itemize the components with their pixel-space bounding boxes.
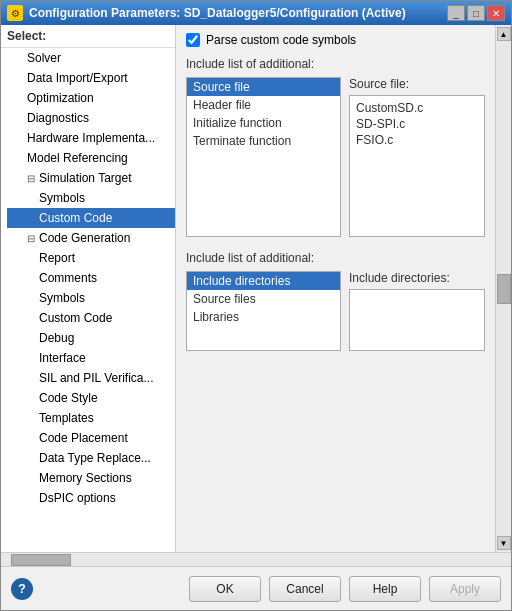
right-panel-label: Source file:	[349, 77, 485, 91]
scroll-thumb[interactable]	[497, 274, 511, 304]
sidebar-item-code-style[interactable]: Code Style	[7, 388, 175, 408]
close-button[interactable]: ✕	[487, 5, 505, 21]
title-bar: ⚙ Configuration Parameters: SD_Datalogge…	[1, 1, 511, 25]
include-right-label: Include directories:	[349, 271, 485, 285]
sidebar-item-sil-pil[interactable]: SIL and PIL Verifica...	[7, 368, 175, 388]
include-section-label: Include list of additional:	[186, 57, 485, 71]
sidebar-header: Select:	[1, 25, 175, 48]
sidebar-item-solver[interactable]: Solver	[7, 48, 175, 68]
sidebar: Select: Solver Data Import/Export Optimi…	[1, 25, 176, 552]
file-entry-2: FSIO.c	[354, 132, 480, 148]
file-entry-1: SD-SPI.c	[354, 116, 480, 132]
include-right-box[interactable]	[349, 289, 485, 351]
list-item-header-file[interactable]: Header file	[187, 96, 340, 114]
sidebar-item-data-import[interactable]: Data Import/Export	[7, 68, 175, 88]
sidebar-item-custom-code-cg[interactable]: Custom Code	[7, 308, 175, 328]
sidebar-item-hardware[interactable]: Hardware Implementa...	[7, 128, 175, 148]
right-files-box[interactable]: CustomSD.c SD-SPI.c FSIO.c	[349, 95, 485, 237]
config-window: ⚙ Configuration Parameters: SD_Datalogge…	[0, 0, 512, 611]
sidebar-item-code-gen[interactable]: ⊟Code Generation	[7, 228, 175, 248]
sidebar-item-templates[interactable]: Templates	[7, 408, 175, 428]
window-title: Configuration Parameters: SD_Datalogger5…	[29, 6, 406, 20]
sidebar-item-interface[interactable]: Interface	[7, 348, 175, 368]
right-panel-container: Source file: CustomSD.c SD-SPI.c FSIO.c	[349, 77, 485, 237]
sidebar-item-memory-sections[interactable]: Memory Sections	[7, 468, 175, 488]
list-item-terminate-function[interactable]: Terminate function	[187, 132, 340, 150]
apply-button[interactable]: Apply	[429, 576, 501, 602]
tree: Solver Data Import/Export Optimization D…	[1, 48, 175, 508]
parse-checkbox-row: Parse custom code symbols	[186, 33, 485, 47]
bottom-bar: ? OK Cancel Help Apply	[1, 566, 511, 610]
sidebar-item-report[interactable]: Report	[7, 248, 175, 268]
horizontal-scrollbar[interactable]	[1, 552, 511, 566]
include-list-item-sources[interactable]: Source files	[187, 290, 340, 308]
include-additional-section: Include list of additional: Include dire…	[186, 251, 485, 351]
include-left-list[interactable]: Source file Header file Initialize funct…	[186, 77, 341, 237]
content-area: Select: Solver Data Import/Export Optimi…	[1, 25, 511, 552]
sidebar-item-symbols-cg[interactable]: Symbols	[7, 288, 175, 308]
vertical-scrollbar[interactable]: ▲ ▼	[495, 25, 511, 552]
minimize-button[interactable]: _	[447, 5, 465, 21]
include-right-container: Include directories:	[349, 271, 485, 351]
bottom-buttons: OK Cancel Help Apply	[189, 576, 501, 602]
ok-button[interactable]: OK	[189, 576, 261, 602]
include-list-item-libraries[interactable]: Libraries	[187, 308, 340, 326]
scroll-up-button[interactable]: ▲	[497, 27, 511, 41]
sidebar-item-code-placement[interactable]: Code Placement	[7, 428, 175, 448]
sidebar-item-sim-target[interactable]: ⊟Simulation Target	[7, 168, 175, 188]
parse-checkbox-label: Parse custom code symbols	[206, 33, 356, 47]
main-panel: Parse custom code symbols Include list o…	[176, 25, 495, 552]
h-scroll-thumb[interactable]	[11, 554, 71, 566]
file-entry-0: CustomSD.c	[354, 100, 480, 116]
title-buttons: _ □ ✕	[447, 5, 505, 21]
maximize-button[interactable]: □	[467, 5, 485, 21]
help-button[interactable]: Help	[349, 576, 421, 602]
parse-checkbox[interactable]	[186, 33, 200, 47]
sidebar-item-data-type[interactable]: Data Type Replace...	[7, 448, 175, 468]
help-icon-button[interactable]: ?	[11, 578, 33, 600]
list-item-init-function[interactable]: Initialize function	[187, 114, 340, 132]
sidebar-item-model-ref[interactable]: Model Referencing	[7, 148, 175, 168]
include-additional-label: Include list of additional:	[186, 251, 485, 265]
sidebar-item-symbols-sim[interactable]: Symbols	[7, 188, 175, 208]
list-item-source-file[interactable]: Source file	[187, 78, 340, 96]
sidebar-item-custom-code[interactable]: Custom Code	[7, 208, 175, 228]
include-list-item-dirs[interactable]: Include directories	[187, 272, 340, 290]
sidebar-item-optimization[interactable]: Optimization	[7, 88, 175, 108]
cancel-button[interactable]: Cancel	[269, 576, 341, 602]
include-additional-two-panel: Include directories Source files Librari…	[186, 271, 485, 351]
scroll-down-button[interactable]: ▼	[497, 536, 511, 550]
sidebar-item-debug[interactable]: Debug	[7, 328, 175, 348]
include-left-list[interactable]: Include directories Source files Librari…	[186, 271, 341, 351]
sidebar-item-dspic[interactable]: DsPIC options	[7, 488, 175, 508]
include-two-panel-row: Source file Header file Initialize funct…	[186, 77, 485, 237]
window-icon: ⚙	[7, 5, 23, 21]
sidebar-item-comments[interactable]: Comments	[7, 268, 175, 288]
sidebar-item-diagnostics[interactable]: Diagnostics	[7, 108, 175, 128]
